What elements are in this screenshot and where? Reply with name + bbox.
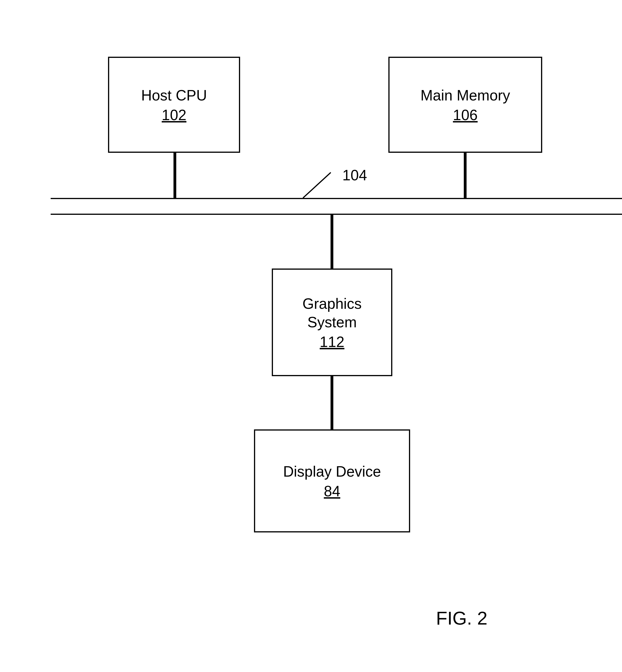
connector-main-memory-bus xyxy=(464,153,466,198)
display-device-num: 84 xyxy=(324,483,340,500)
connector-host-cpu-bus xyxy=(173,153,176,198)
main-memory-label: Main Memory xyxy=(420,86,510,105)
graphics-system-num: 112 xyxy=(320,333,344,350)
host-cpu-block: Host CPU 102 xyxy=(108,57,240,153)
bus-callout-label: 104 xyxy=(342,167,367,184)
main-memory-block: Main Memory 106 xyxy=(388,57,542,153)
graphics-system-block: Graphics System 112 xyxy=(272,268,392,376)
svg-line-0 xyxy=(303,172,331,198)
figure-label: FIG. 2 xyxy=(436,608,487,629)
host-cpu-num: 102 xyxy=(162,106,186,124)
graphics-system-label: Graphics System xyxy=(302,294,361,331)
display-device-block: Display Device 84 xyxy=(254,429,410,533)
host-cpu-label: Host CPU xyxy=(141,86,207,105)
connector-bus-graphics xyxy=(331,215,333,268)
main-memory-num: 106 xyxy=(453,106,478,124)
display-device-label: Display Device xyxy=(283,462,381,481)
connector-graphics-display xyxy=(331,376,333,429)
bus-line-bottom xyxy=(51,214,622,215)
